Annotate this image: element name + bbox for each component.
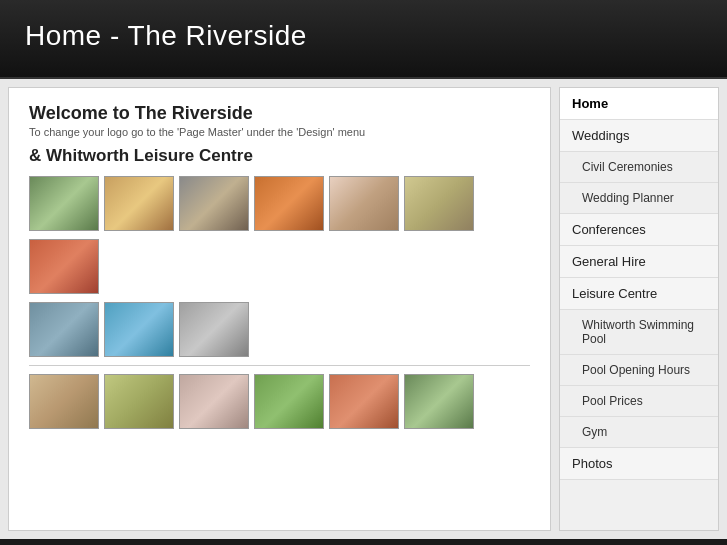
thumbnail[interactable] [404,374,474,429]
sidebar-item-whitworth-swimming-pool[interactable]: Whitworth Swimming Pool [560,310,718,355]
sidebar-item-gym[interactable]: Gym [560,417,718,448]
image-row-2 [29,239,530,294]
thumbnail[interactable] [179,374,249,429]
sidebar-item-home[interactable]: Home [560,88,718,120]
thumbnail[interactable] [29,176,99,231]
thumbnail[interactable] [329,176,399,231]
thumbnail[interactable] [29,239,99,294]
sidebar-item-wedding-planner[interactable]: Wedding Planner [560,183,718,214]
image-row-1 [29,176,530,231]
thumbnail[interactable] [104,302,174,357]
sidebar: Home Weddings Civil Ceremonies Wedding P… [559,87,719,531]
thumbnail[interactable] [254,374,324,429]
welcome-heading: Welcome to The Riverside [29,103,530,124]
sidebar-item-pool-prices[interactable]: Pool Prices [560,386,718,417]
thumbnail[interactable] [179,176,249,231]
page-title: Home - The Riverside [25,20,702,52]
sidebar-item-civil-ceremonies[interactable]: Civil Ceremonies [560,152,718,183]
sidebar-item-leisure-centre[interactable]: Leisure Centre [560,278,718,310]
thumbnail[interactable] [104,176,174,231]
thumbnail[interactable] [254,176,324,231]
thumbnail[interactable] [104,374,174,429]
subtitle-text: To change your logo go to the 'Page Mast… [29,126,530,138]
sidebar-item-general-hire[interactable]: General Hire [560,246,718,278]
main-layout: Welcome to The Riverside To change your … [0,79,727,539]
sidebar-item-weddings[interactable]: Weddings [560,120,718,152]
image-row-3 [29,302,530,357]
sidebar-item-photos[interactable]: Photos [560,448,718,480]
thumbnail[interactable] [29,374,99,429]
header: Home - The Riverside [0,0,727,79]
sidebar-item-pool-opening-hours[interactable]: Pool Opening Hours [560,355,718,386]
image-row-4 [29,374,530,429]
content-area: Welcome to The Riverside To change your … [8,87,551,531]
thumbnail[interactable] [179,302,249,357]
thumbnail[interactable] [329,374,399,429]
divider [29,365,530,366]
sidebar-item-conferences[interactable]: Conferences [560,214,718,246]
thumbnail[interactable] [404,176,474,231]
thumbnail[interactable] [29,302,99,357]
sub-heading: & Whitworth Leisure Centre [29,146,530,166]
